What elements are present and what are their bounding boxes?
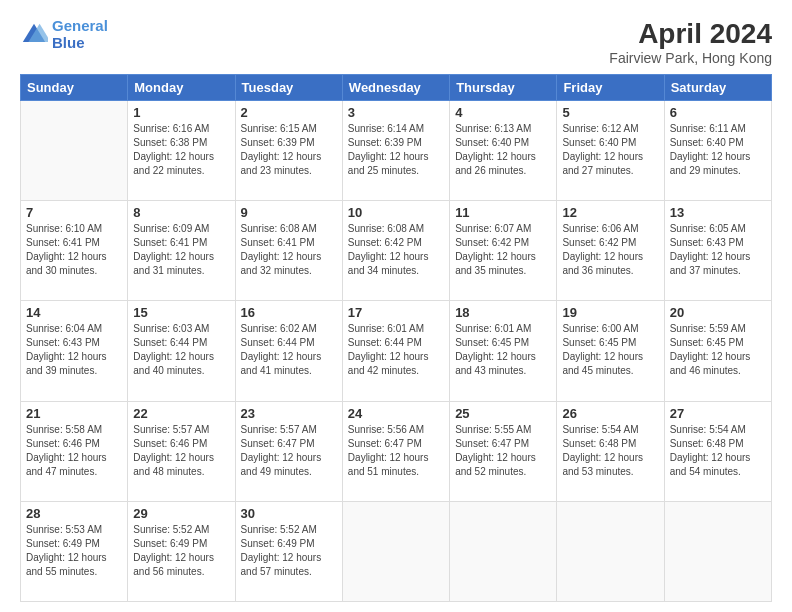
day-info: Sunrise: 6:01 AM Sunset: 6:44 PM Dayligh… [348,322,444,378]
day-info: Sunrise: 5:54 AM Sunset: 6:48 PM Dayligh… [562,423,658,479]
logo-general: General [52,17,108,34]
table-row: 11Sunrise: 6:07 AM Sunset: 6:42 PM Dayli… [450,201,557,301]
day-info: Sunrise: 5:57 AM Sunset: 6:47 PM Dayligh… [241,423,337,479]
col-thursday: Thursday [450,75,557,101]
day-info: Sunrise: 5:58 AM Sunset: 6:46 PM Dayligh… [26,423,122,479]
day-info: Sunrise: 6:09 AM Sunset: 6:41 PM Dayligh… [133,222,229,278]
day-info: Sunrise: 6:12 AM Sunset: 6:40 PM Dayligh… [562,122,658,178]
day-number: 20 [670,305,766,320]
calendar-week-row: 14Sunrise: 6:04 AM Sunset: 6:43 PM Dayli… [21,301,772,401]
col-saturday: Saturday [664,75,771,101]
calendar-week-row: 7Sunrise: 6:10 AM Sunset: 6:41 PM Daylig… [21,201,772,301]
day-info: Sunrise: 5:56 AM Sunset: 6:47 PM Dayligh… [348,423,444,479]
table-row: 14Sunrise: 6:04 AM Sunset: 6:43 PM Dayli… [21,301,128,401]
calendar-week-row: 1Sunrise: 6:16 AM Sunset: 6:38 PM Daylig… [21,101,772,201]
day-number: 23 [241,406,337,421]
day-number: 26 [562,406,658,421]
day-info: Sunrise: 5:53 AM Sunset: 6:49 PM Dayligh… [26,523,122,579]
day-info: Sunrise: 6:07 AM Sunset: 6:42 PM Dayligh… [455,222,551,278]
table-row: 3Sunrise: 6:14 AM Sunset: 6:39 PM Daylig… [342,101,449,201]
table-row: 17Sunrise: 6:01 AM Sunset: 6:44 PM Dayli… [342,301,449,401]
table-row: 7Sunrise: 6:10 AM Sunset: 6:41 PM Daylig… [21,201,128,301]
day-number: 24 [348,406,444,421]
table-row: 4Sunrise: 6:13 AM Sunset: 6:40 PM Daylig… [450,101,557,201]
day-number: 27 [670,406,766,421]
day-info: Sunrise: 6:00 AM Sunset: 6:45 PM Dayligh… [562,322,658,378]
table-row: 22Sunrise: 5:57 AM Sunset: 6:46 PM Dayli… [128,401,235,501]
day-info: Sunrise: 5:52 AM Sunset: 6:49 PM Dayligh… [133,523,229,579]
day-number: 18 [455,305,551,320]
day-number: 13 [670,205,766,220]
calendar-header-row: Sunday Monday Tuesday Wednesday Thursday… [21,75,772,101]
day-info: Sunrise: 6:08 AM Sunset: 6:41 PM Dayligh… [241,222,337,278]
day-info: Sunrise: 5:57 AM Sunset: 6:46 PM Dayligh… [133,423,229,479]
day-info: Sunrise: 5:59 AM Sunset: 6:45 PM Dayligh… [670,322,766,378]
logo-blue: Blue [52,34,85,51]
day-info: Sunrise: 6:08 AM Sunset: 6:42 PM Dayligh… [348,222,444,278]
table-row: 21Sunrise: 5:58 AM Sunset: 6:46 PM Dayli… [21,401,128,501]
day-number: 9 [241,205,337,220]
day-info: Sunrise: 6:03 AM Sunset: 6:44 PM Dayligh… [133,322,229,378]
calendar-week-row: 21Sunrise: 5:58 AM Sunset: 6:46 PM Dayli… [21,401,772,501]
table-row: 20Sunrise: 5:59 AM Sunset: 6:45 PM Dayli… [664,301,771,401]
table-row: 10Sunrise: 6:08 AM Sunset: 6:42 PM Dayli… [342,201,449,301]
day-info: Sunrise: 6:16 AM Sunset: 6:38 PM Dayligh… [133,122,229,178]
day-number: 7 [26,205,122,220]
day-info: Sunrise: 6:15 AM Sunset: 6:39 PM Dayligh… [241,122,337,178]
col-wednesday: Wednesday [342,75,449,101]
day-number: 15 [133,305,229,320]
day-number: 29 [133,506,229,521]
col-monday: Monday [128,75,235,101]
table-row: 25Sunrise: 5:55 AM Sunset: 6:47 PM Dayli… [450,401,557,501]
table-row: 6Sunrise: 6:11 AM Sunset: 6:40 PM Daylig… [664,101,771,201]
day-number: 30 [241,506,337,521]
day-number: 12 [562,205,658,220]
day-number: 17 [348,305,444,320]
table-row: 27Sunrise: 5:54 AM Sunset: 6:48 PM Dayli… [664,401,771,501]
table-row: 8Sunrise: 6:09 AM Sunset: 6:41 PM Daylig… [128,201,235,301]
logo-text: General Blue [52,18,108,51]
day-info: Sunrise: 6:14 AM Sunset: 6:39 PM Dayligh… [348,122,444,178]
day-number: 25 [455,406,551,421]
day-number: 22 [133,406,229,421]
day-info: Sunrise: 6:10 AM Sunset: 6:41 PM Dayligh… [26,222,122,278]
calendar-table: Sunday Monday Tuesday Wednesday Thursday… [20,74,772,602]
day-number: 2 [241,105,337,120]
table-row: 5Sunrise: 6:12 AM Sunset: 6:40 PM Daylig… [557,101,664,201]
table-row: 13Sunrise: 6:05 AM Sunset: 6:43 PM Dayli… [664,201,771,301]
main-title: April 2024 [609,18,772,50]
table-row: 9Sunrise: 6:08 AM Sunset: 6:41 PM Daylig… [235,201,342,301]
day-number: 5 [562,105,658,120]
day-number: 3 [348,105,444,120]
day-info: Sunrise: 6:06 AM Sunset: 6:42 PM Dayligh… [562,222,658,278]
col-tuesday: Tuesday [235,75,342,101]
table-row: 19Sunrise: 6:00 AM Sunset: 6:45 PM Dayli… [557,301,664,401]
day-info: Sunrise: 6:04 AM Sunset: 6:43 PM Dayligh… [26,322,122,378]
day-info: Sunrise: 5:54 AM Sunset: 6:48 PM Dayligh… [670,423,766,479]
table-row: 30Sunrise: 5:52 AM Sunset: 6:49 PM Dayli… [235,501,342,601]
table-row: 29Sunrise: 5:52 AM Sunset: 6:49 PM Dayli… [128,501,235,601]
table-row: 24Sunrise: 5:56 AM Sunset: 6:47 PM Dayli… [342,401,449,501]
title-block: April 2024 Fairview Park, Hong Kong [609,18,772,66]
day-number: 28 [26,506,122,521]
day-info: Sunrise: 6:02 AM Sunset: 6:44 PM Dayligh… [241,322,337,378]
day-number: 14 [26,305,122,320]
day-number: 10 [348,205,444,220]
page: General Blue April 2024 Fairview Park, H… [0,0,792,612]
table-row [342,501,449,601]
day-info: Sunrise: 6:05 AM Sunset: 6:43 PM Dayligh… [670,222,766,278]
day-number: 4 [455,105,551,120]
logo-icon [20,21,48,49]
table-row: 1Sunrise: 6:16 AM Sunset: 6:38 PM Daylig… [128,101,235,201]
table-row: 15Sunrise: 6:03 AM Sunset: 6:44 PM Dayli… [128,301,235,401]
col-sunday: Sunday [21,75,128,101]
day-info: Sunrise: 5:52 AM Sunset: 6:49 PM Dayligh… [241,523,337,579]
day-info: Sunrise: 6:11 AM Sunset: 6:40 PM Dayligh… [670,122,766,178]
calendar-week-row: 28Sunrise: 5:53 AM Sunset: 6:49 PM Dayli… [21,501,772,601]
day-number: 21 [26,406,122,421]
day-info: Sunrise: 6:01 AM Sunset: 6:45 PM Dayligh… [455,322,551,378]
table-row: 18Sunrise: 6:01 AM Sunset: 6:45 PM Dayli… [450,301,557,401]
day-number: 8 [133,205,229,220]
table-row: 12Sunrise: 6:06 AM Sunset: 6:42 PM Dayli… [557,201,664,301]
header: General Blue April 2024 Fairview Park, H… [20,18,772,66]
